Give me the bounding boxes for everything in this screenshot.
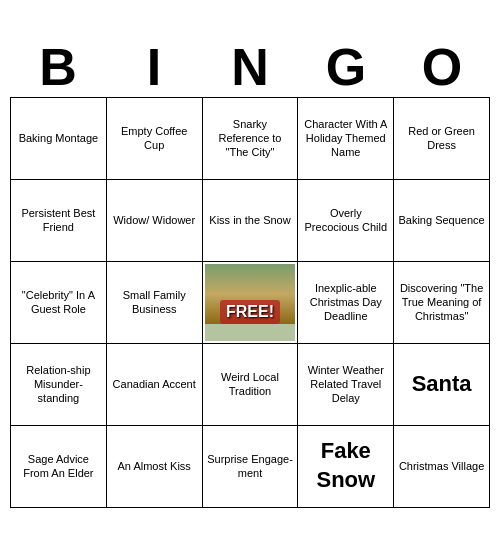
bingo-cell-9[interactable]: Baking Sequence: [394, 180, 490, 262]
cell-text-3: Character With A Holiday Themed Name: [302, 117, 389, 160]
bingo-cell-13[interactable]: Inexplic-able Christmas Day Deadline: [298, 262, 394, 344]
cell-text-15: Relation-ship Misunder-standing: [15, 363, 102, 406]
cell-text-19: Santa: [412, 370, 472, 399]
bingo-cell-21[interactable]: An Almost Kiss: [107, 426, 203, 508]
bingo-cell-10[interactable]: "Celebrity" In A Guest Role: [11, 262, 107, 344]
bingo-cell-6[interactable]: Widow/ Widower: [107, 180, 203, 262]
bingo-grid: Baking MontageEmpty Coffee CupSnarky Ref…: [10, 97, 490, 508]
bingo-cell-2[interactable]: Snarky Reference to "The City": [203, 98, 299, 180]
bingo-cell-15[interactable]: Relation-ship Misunder-standing: [11, 344, 107, 426]
bingo-cell-7[interactable]: Kiss in the Snow: [203, 180, 299, 262]
bingo-letter-n: N: [206, 41, 294, 93]
cell-text-16: Canadian Accent: [113, 377, 196, 391]
cell-text-7: Kiss in the Snow: [209, 213, 290, 227]
cell-text-8: Overly Precocious Child: [302, 206, 389, 235]
bingo-cell-19[interactable]: Santa: [394, 344, 490, 426]
cell-text-10: "Celebrity" In A Guest Role: [15, 288, 102, 317]
free-space-image: FREE!: [205, 264, 296, 341]
bingo-cell-16[interactable]: Canadian Accent: [107, 344, 203, 426]
cell-text-24: Christmas Village: [399, 459, 484, 473]
bingo-letter-b: B: [14, 41, 102, 93]
bingo-cell-12[interactable]: FREE!: [203, 262, 299, 344]
bingo-letter-o: O: [398, 41, 486, 93]
bingo-cell-22[interactable]: Surprise Engage-ment: [203, 426, 299, 508]
cell-text-13: Inexplic-able Christmas Day Deadline: [302, 281, 389, 324]
cell-text-20: Sage Advice From An Elder: [15, 452, 102, 481]
cell-text-21: An Almost Kiss: [118, 459, 191, 473]
cell-text-2: Snarky Reference to "The City": [207, 117, 294, 160]
bingo-cell-23[interactable]: Fake Snow: [298, 426, 394, 508]
cell-text-0: Baking Montage: [19, 131, 99, 145]
free-label: FREE!: [220, 300, 280, 324]
cell-text-5: Persistent Best Friend: [15, 206, 102, 235]
bingo-cell-4[interactable]: Red or Green Dress: [394, 98, 490, 180]
bingo-cell-1[interactable]: Empty Coffee Cup: [107, 98, 203, 180]
bingo-cell-20[interactable]: Sage Advice From An Elder: [11, 426, 107, 508]
bingo-cell-11[interactable]: Small Family Business: [107, 262, 203, 344]
cell-text-4: Red or Green Dress: [398, 124, 485, 153]
bingo-cell-24[interactable]: Christmas Village: [394, 426, 490, 508]
bingo-cell-8[interactable]: Overly Precocious Child: [298, 180, 394, 262]
cell-text-11: Small Family Business: [111, 288, 198, 317]
cell-text-1: Empty Coffee Cup: [111, 124, 198, 153]
bingo-cell-5[interactable]: Persistent Best Friend: [11, 180, 107, 262]
bingo-cell-18[interactable]: Winter Weather Related Travel Delay: [298, 344, 394, 426]
cell-text-9: Baking Sequence: [398, 213, 484, 227]
bingo-cell-14[interactable]: Discovering "The True Meaning of Christm…: [394, 262, 490, 344]
bingo-cell-0[interactable]: Baking Montage: [11, 98, 107, 180]
cell-text-22: Surprise Engage-ment: [207, 452, 294, 481]
cell-text-14: Discovering "The True Meaning of Christm…: [398, 281, 485, 324]
cell-text-23: Fake Snow: [302, 437, 389, 494]
bingo-letter-i: I: [110, 41, 198, 93]
bingo-cell-3[interactable]: Character With A Holiday Themed Name: [298, 98, 394, 180]
bingo-letter-g: G: [302, 41, 390, 93]
bingo-card: BINGO Baking MontageEmpty Coffee CupSnar…: [10, 37, 490, 508]
bingo-cell-17[interactable]: Weird Local Tradition: [203, 344, 299, 426]
cell-text-6: Widow/ Widower: [113, 213, 195, 227]
cell-text-18: Winter Weather Related Travel Delay: [302, 363, 389, 406]
cell-text-17: Weird Local Tradition: [207, 370, 294, 399]
